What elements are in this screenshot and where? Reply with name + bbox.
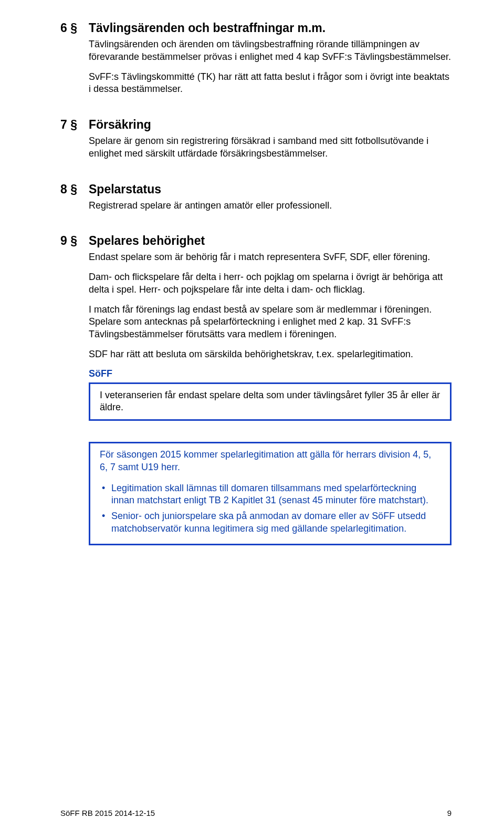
section-7-body: Spelare är genom sin registrering försäk…: [89, 135, 452, 160]
section-6: 6 § Tävlingsärenden och bestraffningar m…: [60, 21, 452, 96]
section-9-para-1: Endast spelare som är behörig får i matc…: [89, 251, 452, 264]
section-8-number: 8 §: [60, 182, 89, 196]
section-6-para-2: SvFF:s Tävlingskommitté (TK) har rätt at…: [89, 71, 452, 96]
section-6-number: 6 §: [60, 21, 89, 35]
section-9-para-4: SDF har rätt att besluta om särskilda be…: [89, 348, 452, 361]
section-7-title: Försäkring: [89, 118, 452, 132]
section-8-para-1: Registrerad spelare är antingen amatör e…: [89, 200, 452, 212]
section-6-title: Tävlingsärenden och bestraffningar m.m.: [89, 21, 452, 35]
section-7-para-1: Spelare är genom sin registrering försäk…: [89, 135, 452, 160]
section-9-number: 9 §: [60, 234, 89, 248]
soff-label: SöFF: [89, 368, 452, 379]
section-9-body: Endast spelare som är behörig får i matc…: [89, 251, 452, 360]
section-8-title: Spelarstatus: [89, 182, 452, 196]
page-footer: SöFF RB 2015 2014-12-15 9: [60, 809, 452, 817]
info-box-2015-bullet-2: Senior- och juniorspelare ska på anmodan…: [100, 510, 442, 535]
section-8-body: Registrerad spelare är antingen amatör e…: [89, 200, 452, 212]
info-box-veteran-text: I veteranserien får endast spelare delta…: [100, 389, 442, 414]
section-7: 7 § Försäkring Spelare är genom sin regi…: [60, 118, 452, 160]
info-box-2015: För säsongen 2015 kommer spelarlegitimat…: [89, 442, 452, 545]
section-9-heading: 9 § Spelares behörighet: [60, 234, 452, 248]
section-6-para-1: Tävlingsärenden och ärenden om tävlingsb…: [89, 38, 452, 64]
footer-page-number: 9: [447, 809, 452, 817]
info-box-2015-bullet-1: Legitimation skall lämnas till domaren t…: [100, 482, 442, 507]
page: 6 § Tävlingsärenden och bestraffningar m…: [0, 0, 504, 829]
section-7-number: 7 §: [60, 118, 89, 132]
section-8: 8 § Spelarstatus Registrerad spelare är …: [60, 182, 452, 212]
footer-left: SöFF RB 2015 2014-12-15: [60, 809, 155, 817]
section-9-para-2: Dam- och flickspelare får delta i herr- …: [89, 271, 452, 296]
info-box-2015-list: Legitimation skall lämnas till domaren t…: [100, 482, 442, 535]
section-9-title: Spelares behörighet: [89, 234, 452, 248]
section-9: 9 § Spelares behörighet Endast spelare s…: [60, 234, 452, 360]
section-9-para-3: I match får förenings lag endast bestå a…: [89, 304, 452, 341]
section-7-heading: 7 § Försäkring: [60, 118, 452, 132]
info-box-veteran: I veteranserien får endast spelare delta…: [89, 382, 452, 421]
info-box-2015-intro: För säsongen 2015 kommer spelarlegitimat…: [100, 449, 442, 474]
section-8-heading: 8 § Spelarstatus: [60, 182, 452, 196]
section-6-heading: 6 § Tävlingsärenden och bestraffningar m…: [60, 21, 452, 35]
section-6-body: Tävlingsärenden och ärenden om tävlingsb…: [89, 38, 452, 96]
